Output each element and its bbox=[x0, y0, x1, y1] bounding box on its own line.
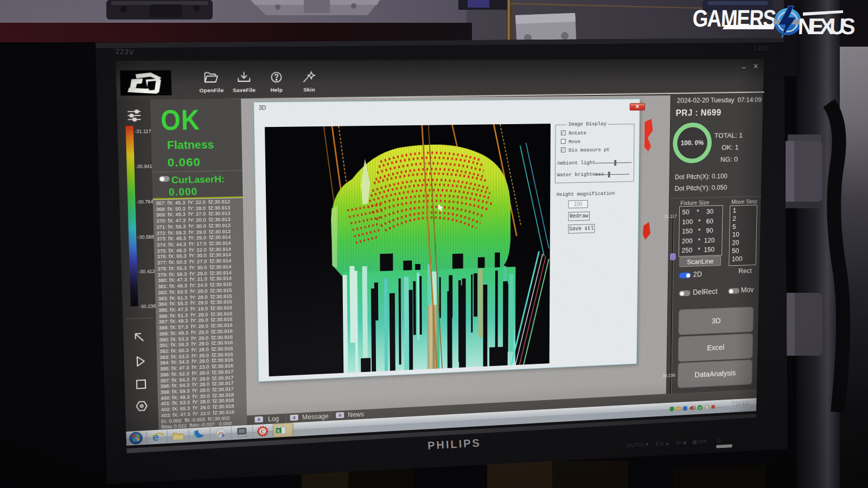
svg-text:NEXUS: NEXUS bbox=[797, 14, 856, 39]
svg-text:C: C bbox=[260, 428, 265, 434]
svg-text:e: e bbox=[152, 431, 159, 444]
svg-text:X: X bbox=[277, 428, 280, 433]
